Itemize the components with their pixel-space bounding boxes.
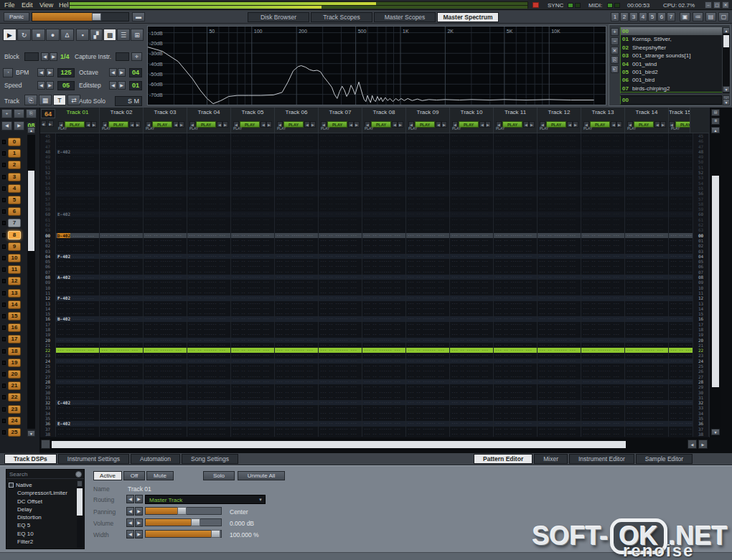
- pattern-cell[interactable]: --- -- ------ ---: [581, 175, 625, 180]
- pattern-cell[interactable]: --- -- ------ ---: [406, 212, 450, 217]
- pattern-cell[interactable]: A-402 ------ ---: [56, 275, 100, 280]
- hscroll-thumb[interactable]: [52, 441, 626, 448]
- pattern-cell[interactable]: --- -- ------ ---: [494, 133, 538, 138]
- pattern-cell[interactable]: --- -- ------ ---: [144, 379, 187, 384]
- pattern-cell[interactable]: --- -- ------ ---: [275, 238, 319, 243]
- track-expand-icon[interactable]: ▶: [660, 121, 666, 128]
- pattern-cell[interactable]: --- -- ------ ---: [187, 254, 231, 259]
- pattern-cell[interactable]: --- -- ------ ---: [100, 238, 144, 243]
- menu-edit[interactable]: Edit: [22, 1, 33, 9]
- sequence-position-10[interactable]: 10: [0, 252, 26, 264]
- sequence-position-18[interactable]: 18: [0, 346, 26, 357]
- routing-next-arrow[interactable]: ▶: [135, 495, 143, 503]
- track-title[interactable]: Track 04: [187, 109, 230, 115]
- pattern-cell[interactable]: --- -- ------ ---: [581, 359, 625, 364]
- pattern-cell[interactable]: --- -- ------ ---: [144, 233, 187, 238]
- pattern-cell[interactable]: --- -- ------ ---: [187, 311, 231, 316]
- sequence-position-16[interactable]: 16: [0, 322, 26, 333]
- pattern-cell[interactable]: --- -- ------ ---: [450, 170, 494, 175]
- pattern-cell[interactable]: --- -- ------ ---: [362, 233, 406, 238]
- sequence-mute-box[interactable]: [2, 361, 6, 365]
- pattern-cell[interactable]: --- -- ------ ---: [187, 316, 231, 321]
- pattern-cell[interactable]: --- -- ------ ---: [231, 353, 275, 358]
- pattern-cell[interactable]: --- -- ------ ---: [581, 400, 625, 405]
- pattern-cell[interactable]: --- -- ------ ---: [669, 275, 693, 280]
- pattern-cell[interactable]: --- -- ------ ---: [100, 270, 144, 275]
- track-header-3[interactable]: Track 03◀PLAY◀▶PLAY: [144, 108, 187, 133]
- pattern-cell[interactable]: --- -- ------ ---: [187, 379, 231, 384]
- record-button[interactable]: ●: [46, 29, 60, 41]
- pattern-cell[interactable]: --- -- ------ ---: [231, 196, 275, 201]
- sequence-mute-box[interactable]: [2, 256, 6, 260]
- pattern-cell[interactable]: --- -- ------ ---: [231, 280, 275, 285]
- pattern-cell[interactable]: --- -- ------ ---: [625, 427, 669, 432]
- pattern-cell[interactable]: --- -- ------ ---: [231, 421, 275, 426]
- pattern-cell[interactable]: --- -- ------ ---: [406, 306, 450, 311]
- pattern-cell[interactable]: --- -- ------ ---: [231, 285, 275, 290]
- pattern-cell[interactable]: --- -- ------ ---: [538, 395, 581, 400]
- pattern-cell[interactable]: --- -- ------ ---: [231, 275, 275, 280]
- sequence-mute-box[interactable]: [2, 221, 6, 225]
- pattern-cell[interactable]: --- -- ------ ---: [669, 421, 693, 426]
- pattern-cell[interactable]: --- -- ------ ---: [406, 280, 450, 285]
- pattern-cell[interactable]: --- -- ------ ---: [231, 154, 275, 159]
- pattern-cell[interactable]: --- -- ------ ---: [100, 275, 144, 280]
- pattern-cell[interactable]: --- -- ------ ---: [581, 379, 625, 384]
- pattern-cell[interactable]: --- -- ------ ---: [187, 238, 231, 243]
- pattern-cell[interactable]: --- -- ------ ---: [275, 175, 319, 180]
- pattern-cell[interactable]: --- -- ------ ---: [494, 254, 538, 259]
- pattern-cell[interactable]: --- -- ------ ---: [581, 259, 625, 264]
- pattern-cell[interactable]: --- -- ------ ---: [581, 427, 625, 432]
- pattern-cell[interactable]: --- -- ------ ---: [362, 290, 406, 295]
- pattern-cell[interactable]: --- -- ------ ---: [494, 196, 538, 201]
- pattern-cell[interactable]: --- -- ------ ---: [362, 264, 406, 269]
- pattern-cell[interactable]: --- -- ------ ---: [275, 196, 319, 201]
- pattern-cell[interactable]: --- -- ------ ---: [187, 400, 231, 405]
- pattern-cell[interactable]: --- -- ------ ---: [275, 275, 319, 280]
- track-header-5[interactable]: Track 05◀PLAY◀▶PLAY: [231, 108, 275, 133]
- pattern-cell[interactable]: --- -- ------ ---: [669, 254, 693, 259]
- pattern-cell[interactable]: --- -- ------ ---: [319, 191, 362, 196]
- pattern-cell[interactable]: --- -- ------ ---: [275, 311, 319, 316]
- pattern-cell[interactable]: --- -- ------ ---: [362, 280, 406, 285]
- pattern-cell[interactable]: --- -- ------ ---: [144, 238, 187, 243]
- add-instrument-icon[interactable]: +: [611, 28, 619, 36]
- sequence-position-8[interactable]: 8: [0, 229, 26, 241]
- pattern-cell[interactable]: --- -- ------ ---: [494, 181, 538, 186]
- pattern-cell[interactable]: --- -- ------ ---: [362, 243, 406, 248]
- pattern-cell[interactable]: --- -- ------ ---: [362, 186, 406, 191]
- pattern-cell[interactable]: --- -- ------ ---: [362, 379, 406, 384]
- pattern-cell[interactable]: --- -- ------ ---: [275, 316, 319, 321]
- pattern-cell[interactable]: --- -- ------ ---: [538, 222, 581, 227]
- pattern-cell[interactable]: --- -- ------ ---: [669, 379, 693, 384]
- pattern-cell[interactable]: --- -- ------ ---: [319, 432, 362, 437]
- pattern-cell[interactable]: --- -- ------ ---: [56, 243, 100, 248]
- pattern-cell[interactable]: --- -- ------ ---: [581, 306, 625, 311]
- pattern-cell[interactable]: --- -- ------ ---: [450, 133, 494, 138]
- pattern-cell[interactable]: --- -- ------ ---: [581, 275, 625, 280]
- pattern-cell[interactable]: --- -- ------ ---: [362, 416, 406, 421]
- hscroll-left-icon[interactable]: ◀: [688, 440, 697, 449]
- pattern-cell[interactable]: --- -- ------ ---: [319, 238, 362, 243]
- pattern-cell[interactable]: --- -- ------ ---: [406, 384, 450, 389]
- pattern-cell[interactable]: --- -- ------ ---: [538, 432, 581, 437]
- pattern-cell[interactable]: --- -- ------ ---: [362, 343, 406, 348]
- track-header-2[interactable]: Track 02◀PLAY◀▶PLAY: [100, 108, 144, 133]
- pattern-cell[interactable]: --- -- ------ ---: [450, 159, 494, 164]
- pattern-cell[interactable]: --- -- ------ ---: [56, 306, 100, 311]
- pattern-cell[interactable]: --- -- ------ ---: [625, 280, 669, 285]
- tab-mixer[interactable]: Mixer: [534, 454, 568, 464]
- pattern-cell[interactable]: --- -- ------ ---: [100, 290, 144, 295]
- track-collapse-icon[interactable]: ◀: [567, 121, 573, 128]
- pattern-cell[interactable]: --- -- ------ ---: [669, 212, 693, 217]
- pattern-cell[interactable]: --- -- ------ ---: [275, 374, 319, 379]
- sequence-position-11[interactable]: 11: [0, 264, 26, 275]
- pattern-cell[interactable]: --- -- ------ ---: [669, 405, 693, 410]
- track-collapse-icon[interactable]: ◀: [173, 121, 179, 128]
- pattern-cell[interactable]: --- -- ------ ---: [669, 207, 693, 212]
- pattern-cell[interactable]: --- -- ------ ---: [144, 353, 187, 358]
- pattern-cell[interactable]: --- -- ------ ---: [56, 181, 100, 186]
- pattern-cell[interactable]: --- -- ------ ---: [538, 290, 581, 295]
- pattern-cell[interactable]: --- -- ------ ---: [625, 138, 669, 143]
- pattern-cell[interactable]: --- -- ------ ---: [56, 390, 100, 395]
